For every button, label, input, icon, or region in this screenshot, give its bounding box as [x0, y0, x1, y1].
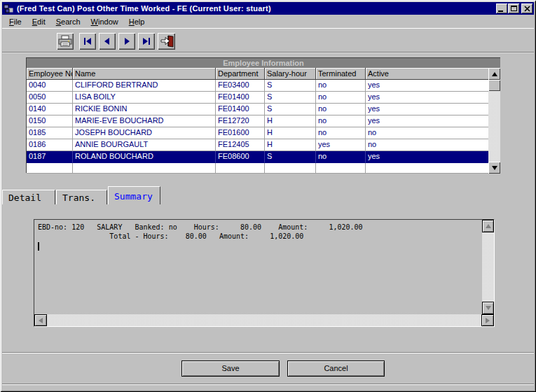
summary-vertical-scrollbar[interactable] — [482, 220, 494, 314]
cell: FE12405 — [216, 139, 265, 151]
summary-horizontal-scrollbar[interactable] — [34, 314, 494, 326]
cell: no — [366, 139, 488, 151]
cell: H — [265, 115, 316, 127]
toolbar — [2, 28, 534, 52]
save-button[interactable]: Save — [181, 360, 280, 377]
menu-help[interactable]: Help — [125, 16, 149, 27]
column-header-salary-hour[interactable]: Salary-hour — [265, 68, 316, 80]
exit-door-icon — [160, 35, 174, 48]
table-row[interactable]: 0185JOSEPH BOUCHARDFE01600Hnono — [27, 127, 488, 139]
cell — [366, 163, 488, 174]
summary-text-content[interactable]: EBD-no: 120 SALARY Banked: no Hours: 80.… — [34, 220, 482, 314]
arrow-up-icon — [486, 224, 491, 228]
cell: S — [265, 80, 316, 92]
first-record-icon — [82, 36, 93, 47]
cell: 0187 — [27, 151, 73, 163]
footer-divider-top — [2, 352, 534, 353]
summary-text: EBD-no: 120 SALARY Banked: no Hours: 80.… — [34, 220, 482, 241]
summary-scroll-left-button[interactable] — [34, 314, 47, 326]
column-header-terminated[interactable]: Terminated — [316, 68, 366, 80]
cell: no — [316, 104, 366, 115]
summary-scroll-up-button[interactable] — [482, 220, 494, 232]
cell — [216, 163, 265, 174]
table-scrollbar-thumb[interactable] — [488, 80, 500, 91]
table-row[interactable]: 0186ANNIE BOURGAULTFE12405Hyesno — [27, 139, 488, 151]
minimize-button[interactable] — [496, 4, 507, 13]
arrow-right-icon — [486, 318, 490, 323]
employee-table-title: Employee Information — [27, 58, 500, 68]
tab-trans[interactable]: Trans. — [56, 190, 107, 204]
maximize-button[interactable] — [508, 4, 519, 13]
menu-edit[interactable]: Edit — [28, 16, 50, 27]
last-record-icon — [141, 36, 152, 47]
cell: CLIFFORD BERTRAND — [73, 80, 216, 92]
cell: yes — [316, 139, 366, 151]
summary-vscroll-track[interactable] — [482, 232, 494, 302]
cell: no — [316, 115, 366, 127]
cell: 0186 — [27, 139, 73, 151]
arrow-up-icon — [492, 72, 497, 76]
cancel-button[interactable]: Cancel — [287, 360, 385, 377]
cell: no — [316, 80, 366, 92]
application-window: (Fred Test Can) Post Other Time Worked -… — [0, 0, 536, 392]
table-scroll-up-button[interactable] — [488, 68, 500, 80]
employee-table: Employee Information Employee No.NameDep… — [26, 57, 500, 173]
cell — [73, 163, 216, 174]
cell: H — [265, 139, 316, 151]
previous-record-button[interactable] — [99, 33, 116, 50]
next-record-button[interactable] — [118, 33, 135, 50]
footer-divider-bottom — [2, 384, 534, 384]
tab-summary[interactable]: Summary — [108, 186, 160, 204]
cell: LISA BOILY — [73, 92, 216, 104]
table-vertical-scrollbar[interactable] — [488, 68, 500, 174]
arrow-down-icon — [492, 166, 497, 170]
arrow-left-icon — [39, 318, 43, 323]
summary-text-area[interactable]: EBD-no: 120 SALARY Banked: no Hours: 80.… — [34, 219, 495, 327]
column-header-name[interactable]: Name — [73, 68, 216, 80]
table-scrollbar-track[interactable] — [488, 80, 500, 162]
column-header-active[interactable]: Active — [366, 68, 488, 80]
table-row[interactable]: 0187ROLAND BOUCHARDFE08600Snoyes — [27, 151, 488, 163]
table-row[interactable]: 0050LISA BOILYFE01400Snoyes — [27, 92, 488, 104]
table-row[interactable]: 0150MARIE-EVE BOUCHARDFE12720Hnoyes — [27, 115, 488, 127]
cell: S — [265, 92, 316, 104]
cell: FE03400 — [216, 80, 265, 92]
menu-window[interactable]: Window — [87, 16, 123, 27]
cell: yes — [366, 115, 488, 127]
table-row[interactable]: 0140RICKIE BONINFE01400Snoyes — [27, 104, 488, 115]
tab-detail[interactable]: Detail — [2, 190, 55, 204]
printer-icon — [58, 35, 72, 48]
menu-search[interactable]: Search — [52, 16, 85, 27]
cell: no — [366, 127, 488, 139]
title-bar[interactable]: (Fred Test Can) Post Other Time Worked -… — [2, 2, 534, 15]
text-caret — [38, 242, 39, 251]
cell — [265, 163, 316, 174]
cell: FE08600 — [216, 151, 265, 163]
cell: FE01600 — [216, 127, 265, 139]
print-button[interactable] — [57, 33, 74, 50]
exit-button[interactable] — [158, 33, 175, 50]
table-scroll-down-button[interactable] — [488, 162, 500, 174]
cell: no — [316, 127, 366, 139]
close-button[interactable] — [521, 4, 532, 13]
first-record-button[interactable] — [79, 33, 96, 50]
menu-bar: FileEditSearchWindowHelp — [2, 15, 534, 28]
summary-hscroll-track[interactable] — [47, 314, 481, 326]
table-row[interactable]: 0040CLIFFORD BERTRANDFE03400Snoyes — [27, 80, 488, 92]
summary-scroll-right-button[interactable] — [481, 314, 494, 326]
employee-table-body: 0040CLIFFORD BERTRANDFE03400Snoyes0050LI… — [27, 80, 488, 174]
cell: FE01400 — [216, 104, 265, 115]
maximize-icon — [511, 6, 517, 11]
table-empty-row — [27, 163, 488, 174]
cell — [316, 163, 366, 174]
previous-record-icon — [102, 36, 113, 47]
last-record-button[interactable] — [138, 33, 155, 50]
app-icon[interactable] — [4, 4, 14, 13]
column-header-employee-no-[interactable]: Employee No. — [27, 68, 73, 80]
cell: RICKIE BONIN — [73, 104, 216, 115]
close-icon — [524, 6, 530, 12]
column-header-department[interactable]: Department — [216, 68, 265, 80]
summary-scroll-down-button[interactable] — [482, 302, 494, 314]
minimize-icon — [498, 10, 503, 12]
menu-file[interactable]: File — [5, 16, 26, 27]
